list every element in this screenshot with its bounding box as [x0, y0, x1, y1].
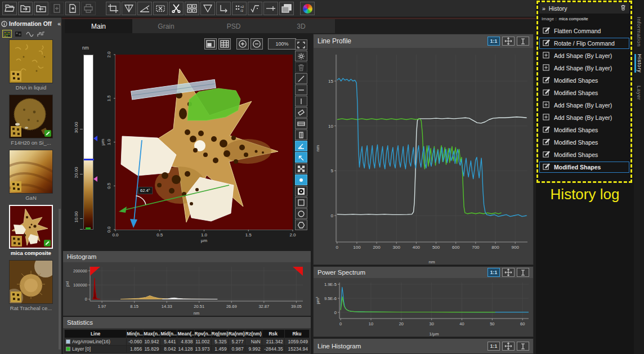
folder-export-icon[interactable]	[34, 2, 48, 15]
sidebar-view-icons	[2, 30, 46, 38]
collapse-sidebar-icon[interactable]: «	[57, 20, 61, 27]
zoom-in-icon[interactable]	[236, 38, 249, 50]
cut-region-icon[interactable]	[153, 2, 168, 15]
vertical-measure-tool-icon[interactable]	[295, 129, 307, 140]
thumbnail-dna-in-liquid[interactable]: DNA in liquid	[8, 39, 54, 91]
point-tool-icon[interactable]	[295, 174, 307, 185]
thumbnail-label: GaN	[8, 195, 54, 201]
svg-text:5: 5	[331, 168, 334, 173]
scale-handle-pink[interactable]	[93, 176, 97, 182]
scale-tick	[80, 218, 83, 219]
scale-handle-blue[interactable]	[93, 136, 97, 141]
history-item[interactable]: Add Shape (By Layer)	[539, 112, 629, 123]
step-profile-icon[interactable]	[216, 2, 231, 15]
history-item[interactable]: Flatten Command	[539, 25, 629, 37]
clear-history-icon[interactable]	[620, 4, 627, 12]
scale-tick	[80, 129, 83, 129]
svg-text:10: 10	[328, 124, 333, 129]
print-icon[interactable]	[81, 2, 96, 15]
history-item[interactable]: Modified Shapes	[539, 162, 629, 173]
one-to-one-icon[interactable]: 1:1	[488, 342, 500, 351]
color-scale-bar[interactable]	[83, 55, 93, 230]
cursor-tool-icon[interactable]	[517, 37, 529, 46]
new-window-icon[interactable]	[204, 38, 217, 50]
history-item[interactable]: Add Shape (By Layer)	[539, 100, 629, 111]
zoom-level[interactable]: 100%	[268, 38, 296, 50]
line-add-icon[interactable]	[263, 2, 278, 15]
cursor-tool-icon[interactable]	[517, 342, 529, 351]
export-page-icon[interactable]	[65, 2, 80, 15]
collapse-history-icon[interactable]: »	[542, 5, 545, 12]
move-panel-icon[interactable]	[502, 342, 515, 351]
grid-view-icon[interactable]	[2, 30, 12, 38]
sqrt-function-icon[interactable]	[248, 2, 262, 15]
curve-view-icon[interactable]	[25, 30, 34, 38]
thumbnail-mica-composite[interactable]: mica composite	[8, 205, 54, 256]
scissors-icon[interactable]	[169, 2, 184, 15]
arrow-tool-icon[interactable]	[295, 152, 307, 163]
scale-marker-blue[interactable]	[84, 159, 94, 160]
thumbnail-f14h20[interactable]: F14H20 on Si_...	[8, 95, 54, 146]
table-row[interactable]: AvgArrowLine(16) -0.06010.9425.4414.8381…	[65, 338, 310, 346]
copy-images-icon[interactable]	[279, 2, 294, 15]
angle-tool-icon[interactable]	[295, 141, 307, 151]
tab-main[interactable]: Main	[65, 19, 132, 33]
particle-view-icon[interactable]	[14, 30, 23, 38]
circle-tool-icon[interactable]	[295, 208, 307, 219]
handles-tool-icon[interactable]	[295, 163, 307, 174]
open-folder-icon[interactable]	[2, 2, 17, 15]
one-to-one-icon[interactable]: 1:1	[488, 37, 500, 46]
afm-image[interactable]	[115, 55, 293, 230]
history-item[interactable]: Add Shape (By Layer)	[539, 50, 629, 61]
history-item[interactable]: Modified Shapes	[539, 87, 629, 98]
table-row[interactable]: Layer [0] 1.85615.8298.04214.12813.9731.…	[65, 346, 310, 353]
expand-icon[interactable]	[295, 39, 307, 50]
thumbnail-rat-tracheal[interactable]: Rat Tracheal ce...	[8, 260, 54, 311]
horizontal-measure-tool-icon[interactable]	[295, 118, 307, 129]
add-page-icon[interactable]	[50, 2, 64, 15]
tile-grid-icon[interactable]	[185, 2, 199, 15]
pattern-badge	[11, 126, 21, 137]
thumbnail-gan[interactable]: GaN	[8, 150, 54, 201]
tab-information[interactable]: Information	[636, 17, 642, 47]
polygon-tool-icon[interactable]	[295, 219, 307, 230]
rectangle-tool-icon[interactable]	[295, 197, 307, 208]
histogram-view-icon[interactable]	[36, 30, 46, 38]
tab-psd[interactable]: PSD	[200, 19, 267, 33]
horizontal-line-tool-icon[interactable]	[295, 84, 307, 95]
history-item[interactable]: Modified Shapes	[539, 149, 629, 160]
slope-correction-icon[interactable]	[137, 2, 152, 15]
vertical-line-tool-icon[interactable]	[295, 96, 307, 106]
color-wheel-icon[interactable]	[300, 2, 315, 15]
cursor-tool-icon[interactable]	[517, 268, 529, 277]
information-toggle[interactable]: Information Off «	[1, 19, 61, 28]
tab-history[interactable]: History	[634, 54, 643, 73]
tab-grain[interactable]: Grain	[132, 19, 200, 33]
history-item[interactable]: Modified Shapes	[539, 75, 629, 86]
grid-overlay-icon[interactable]	[218, 38, 231, 50]
tab-3d[interactable]: 3D	[267, 19, 335, 33]
history-item[interactable]: Rotate / Flip Command	[539, 38, 629, 49]
one-to-one-icon[interactable]: 1:1	[488, 268, 500, 277]
flip-marker-icon[interactable]	[122, 2, 136, 15]
matrix-operation-icon[interactable]: x2/2	[232, 2, 247, 15]
rotated-rect-tool-icon[interactable]	[295, 107, 307, 118]
panel-title: Statistics	[67, 319, 93, 326]
folder-import-icon[interactable]	[18, 2, 33, 15]
filter-nabla-icon[interactable]	[200, 2, 215, 15]
crop-icon[interactable]	[106, 2, 120, 15]
main-workspace: Main Grain PSD 3D nm 30.00 20.00 10.00 0…	[62, 17, 536, 354]
pattern-badge	[11, 292, 21, 302]
tab-layer[interactable]: Layer	[636, 86, 642, 100]
delete-annotation-icon[interactable]	[295, 62, 307, 73]
history-item[interactable]: Add Shape (By Layer)	[539, 62, 629, 74]
history-item[interactable]: Modified Shapes	[539, 137, 629, 148]
ring-tool-icon[interactable]	[295, 186, 307, 196]
sidebar-scrollbar[interactable]	[59, 209, 61, 349]
brightness-icon[interactable]	[295, 51, 307, 61]
move-panel-icon[interactable]	[502, 37, 515, 46]
zoom-out-icon[interactable]	[251, 38, 263, 50]
line-tool-icon[interactable]	[295, 73, 307, 84]
move-panel-icon[interactable]	[502, 268, 515, 277]
history-item[interactable]: Modified Shapes	[539, 124, 629, 136]
